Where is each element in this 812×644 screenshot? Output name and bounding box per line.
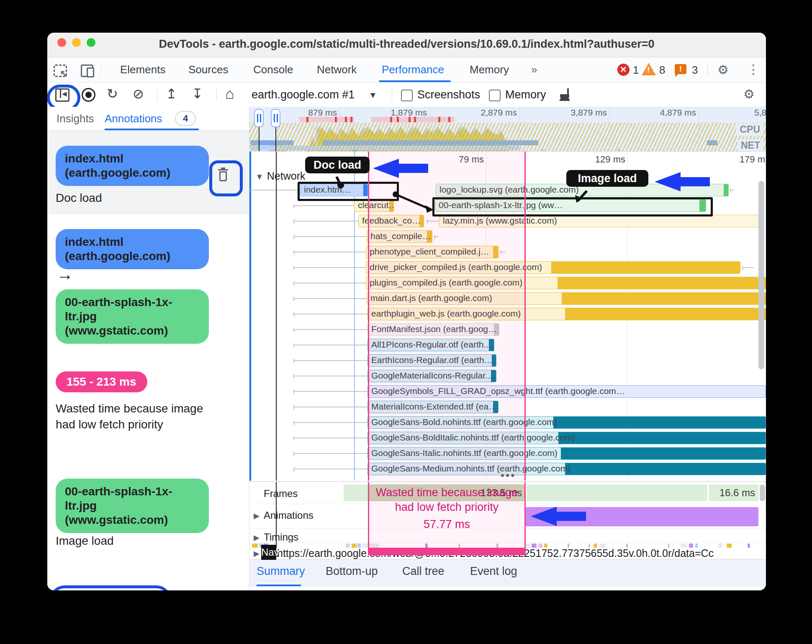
annotations-count-badge: 4	[175, 111, 196, 126]
annotation-label: Image load	[56, 533, 114, 549]
overview-time-label: 2,879 ms	[473, 108, 517, 118]
more-tabs-icon[interactable]: »	[531, 63, 537, 76]
divider	[157, 88, 157, 100]
toggle-sidebar-icon-bar	[60, 90, 61, 98]
trash-lid	[218, 169, 228, 170]
frame-duration-2: 16.6 ms	[719, 487, 755, 499]
error-icon[interactable]: ✕	[617, 64, 630, 76]
tab-sources[interactable]: Sources	[188, 63, 228, 76]
settings-gear-icon[interactable]: ⚙	[717, 62, 729, 77]
overview-time-label: 5,8	[754, 108, 766, 118]
annotation-pill[interactable]: 155 - 213 ms	[56, 371, 147, 392]
wasted-time-text: Wasted time because image had low fetch …	[368, 485, 526, 515]
tab-summary[interactable]: Summary	[257, 565, 305, 578]
cpu-track-label: CPU	[736, 124, 763, 136]
tab-performance[interactable]: Performance	[382, 63, 444, 76]
time-marker-line	[276, 482, 277, 548]
net-track-label: NET	[737, 139, 763, 152]
warning-count: 8	[659, 64, 665, 77]
tab-event-log[interactable]: Event log	[470, 565, 517, 578]
frames-scrollbar-thumb[interactable]	[760, 484, 765, 501]
wasted-line-2: had low fetch priority	[395, 501, 499, 513]
wasted-line-1: Wasted time because image	[376, 486, 518, 499]
annotation-pill[interactable]: index.html (earth.google.com)	[56, 229, 209, 269]
wasted-time-band-bar	[368, 548, 526, 555]
tab-memory[interactable]: Memory	[470, 63, 509, 76]
window-title: DevTools - earth.google.com/static/multi…	[47, 38, 766, 51]
screenshots-checkbox[interactable]	[401, 90, 413, 101]
tab-insights[interactable]: Insights	[57, 112, 94, 125]
devtools-window: DevTools - earth.google.com/static/multi…	[47, 33, 766, 590]
image-load-annotation-label[interactable]: Image load	[566, 170, 648, 187]
overview-time-label: 879 ms	[293, 108, 337, 118]
arrow-right-icon: →	[57, 265, 73, 284]
record-button[interactable]	[82, 88, 95, 102]
divider	[392, 88, 392, 100]
record-button-dot	[85, 92, 92, 98]
history-select-value[interactable]: earth.google.com #1	[252, 88, 355, 101]
issues-icon-tail	[675, 74, 679, 77]
performance-toolbar: ◀ ↻ ⊘ ↥ ↧ ⌂ earth.google.com #1 ▼ Screen…	[47, 82, 766, 107]
sidebar-tabs: Insights Annotations 4	[47, 107, 249, 131]
tab-console[interactable]: Console	[253, 63, 293, 76]
toggle-sidebar-icon[interactable]: ◀	[55, 88, 69, 102]
annotation-circle-hide: Hide annotations	[49, 585, 172, 590]
broom-handle	[567, 88, 569, 94]
divider	[707, 63, 708, 76]
chevron-down-icon[interactable]: ▼	[369, 90, 377, 100]
memory-checkbox[interactable]	[489, 90, 501, 101]
device-toolbar-icon-inner	[87, 67, 94, 77]
timeline-overview[interactable]: 879 ms1,879 ms2,879 ms3,879 ms4,879 ms5,…	[249, 107, 766, 152]
error-count: 1	[633, 64, 639, 77]
toggle-sidebar-icon-arrow: ◀	[62, 90, 67, 98]
image-load-arrow-icon	[655, 172, 710, 191]
screenshots-label: Screenshots	[417, 88, 480, 101]
tab-call-tree[interactable]: Call tree	[402, 565, 445, 578]
divider	[47, 214, 249, 214]
annotation-pill[interactable]: 00-earth-splash-1x-ltr.jpg (www.gstatic.…	[56, 479, 209, 533]
active-tab-underline	[257, 585, 301, 586]
details-tabbar: Summary Bottom-up Call tree Event log	[249, 559, 766, 587]
issues-icon[interactable]: !	[675, 64, 686, 74]
annotation-pill[interactable]: 00-earth-splash-1x-ltr.jpg (www.gstatic.…	[56, 289, 209, 344]
divider	[101, 63, 101, 76]
tab-network[interactable]: Network	[317, 63, 357, 76]
annotation-label: Doc load	[56, 190, 102, 206]
warning-exclamation: !	[647, 65, 650, 75]
selection-handle-right[interactable]	[271, 109, 280, 127]
animations-arrow-icon	[531, 507, 586, 526]
annotations-sidebar: Insights Annotations 4 index.html (earth…	[47, 107, 249, 590]
selection-handle-left[interactable]	[254, 109, 264, 127]
tab-elements[interactable]: Elements	[120, 63, 165, 76]
divider	[249, 542, 766, 543]
doc-load-arrow-icon	[373, 159, 428, 178]
tab-bottom-up[interactable]: Bottom-up	[326, 565, 378, 578]
annotation-pill[interactable]: index.html (earth.google.com)	[56, 146, 209, 186]
chevron-right-icon[interactable]: ▶	[254, 533, 260, 542]
frames-track-label[interactable]: Frames	[264, 488, 298, 500]
timeline-main: 879 ms1,879 ms2,879 ms3,879 ms4,879 ms5,…	[249, 107, 766, 590]
home-icon[interactable]: ⌂	[225, 85, 234, 103]
annotation-label: Wasted time because image had low fetch …	[56, 401, 215, 433]
network-waterfall[interactable]: 79 ms129 ms179 m ▼Network index.htm…logo…	[249, 152, 766, 481]
nav-badge: Nav	[261, 545, 276, 560]
annotation-circle-delete	[209, 160, 243, 196]
delete-annotation-button[interactable]	[212, 163, 240, 193]
tab-annotations[interactable]: Annotations	[105, 112, 162, 125]
broom-head	[560, 94, 569, 98]
upload-profile-icon[interactable]: ↥	[166, 86, 177, 102]
reload-record-icon[interactable]: ↻	[107, 86, 118, 102]
devtools-tabbar: ↖ Elements Sources Console Network Perfo…	[47, 57, 766, 82]
capture-settings-gear-icon[interactable]: ⚙	[743, 87, 755, 101]
animations-track-label[interactable]: Animations	[264, 510, 313, 521]
clear-icon[interactable]: ⊘	[133, 86, 144, 102]
download-profile-icon[interactable]: ↧	[192, 86, 203, 102]
annotation-connectors	[249, 152, 766, 481]
divider	[216, 88, 217, 100]
chevron-right-icon[interactable]: ▶	[254, 549, 260, 558]
chevron-right-icon[interactable]: ▶	[254, 511, 260, 520]
timings-track-label[interactable]: Timings	[264, 531, 298, 543]
overview-time-label: 4,879 ms	[653, 108, 696, 118]
doc-load-annotation-label[interactable]: Doc load	[305, 157, 370, 173]
kebab-menu-icon[interactable]: ⋮	[747, 62, 760, 77]
